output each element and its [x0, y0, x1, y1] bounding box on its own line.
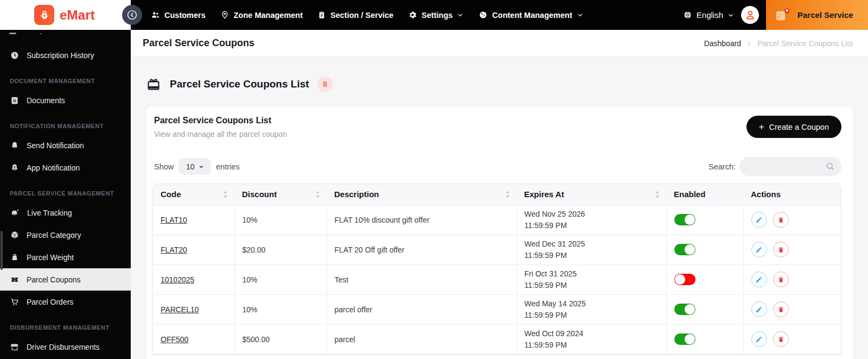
bell-icon — [10, 141, 20, 150]
module-switcher-parcel-service[interactable]: Parcel Service — [766, 0, 868, 30]
delete-button[interactable] — [773, 212, 789, 228]
clock-history-icon — [10, 51, 20, 60]
delete-button[interactable] — [773, 242, 789, 257]
top-navigation-bar: eMart Customers Zone Manageme — [0, 0, 868, 30]
topnav-item-customers[interactable]: Customers — [151, 10, 206, 20]
sidebar-item-parcel-orders[interactable]: Parcel Orders — [0, 291, 131, 313]
brand-logo[interactable]: eMart — [0, 0, 131, 30]
enabled-toggle[interactable] — [674, 214, 695, 225]
sidebar-item-parcel-weight[interactable]: Parcel Weight — [0, 246, 131, 268]
sidebar-item-app-notification[interactable]: z App Notification — [0, 156, 131, 179]
coupon-code-link[interactable]: FLAT20 — [161, 245, 187, 254]
column-header-description[interactable]: Description — [327, 184, 516, 205]
toggle-knob — [685, 244, 695, 255]
sidebar-scrollbar[interactable] — [1, 231, 3, 270]
table-row: 10102025 10% Test Fri Oct 31 2025 11:59:… — [153, 264, 841, 294]
page-title: Parcel Service Coupons — [143, 37, 254, 49]
enabled-toggle[interactable] — [674, 274, 695, 285]
discount-cell: 10% — [234, 264, 327, 294]
delete-button[interactable] — [773, 272, 789, 287]
enabled-toggle[interactable] — [674, 333, 695, 345]
page-titlebar: Parcel Service Coupons Dashboard Parcel … — [131, 30, 868, 57]
card-title: Parcel Service Coupons List — [154, 116, 287, 125]
sort-icon — [505, 191, 510, 198]
entries-select[interactable]: 10 — [178, 158, 211, 175]
edit-button[interactable] — [751, 242, 767, 257]
trash-icon — [777, 336, 784, 343]
gift-coupon-icon — [145, 76, 162, 92]
language-selector[interactable]: English — [683, 10, 734, 20]
coupon-code-link[interactable]: PARCEL10 — [161, 305, 199, 314]
chevron-down-icon — [199, 164, 204, 169]
search-control: Search: — [709, 157, 841, 176]
user-avatar[interactable] — [741, 6, 759, 24]
discount-cell: $20.00 — [234, 235, 327, 264]
clipboard-icon — [317, 10, 326, 20]
sidebar-item-subscription-history[interactable]: Subscription History — [0, 44, 131, 66]
sidebar-item-parcel-category[interactable]: Parcel Category — [0, 224, 131, 246]
search-icon — [825, 161, 835, 172]
sidebar-item-send-notification[interactable]: Send Notification — [0, 134, 131, 156]
topnav-menu: Customers Zone Management Section / Serv… — [131, 10, 683, 20]
sidebar-item-live-tracking[interactable]: Live Tracking — [0, 201, 131, 224]
section-heading: Parcel Service Coupons List 8 — [145, 72, 854, 96]
card-subtitle: View and manage all the parcel coupon — [154, 130, 287, 138]
edit-button[interactable] — [751, 301, 767, 317]
sidebar-section-parcel-service-management: PARCEL SERVICE MANAGEMENT — [0, 185, 131, 201]
topnav-item-zone-management[interactable]: Zone Management — [220, 10, 303, 20]
column-header-code[interactable]: Code — [153, 184, 234, 205]
app-root: eMart Customers Zone Manageme — [0, 0, 868, 359]
discount-cell: 10% — [234, 205, 327, 235]
globe-content-icon — [478, 10, 488, 20]
edit-button[interactable] — [751, 212, 767, 228]
svg-text:z: z — [14, 165, 15, 168]
topnav-item-section-service[interactable]: Section / Service — [317, 10, 393, 20]
coupon-code-link[interactable]: 10102025 — [161, 275, 194, 284]
chevron-down-icon — [727, 12, 734, 18]
sidebar-collapse-button[interactable] — [122, 5, 142, 25]
sidebar-section-notification-management: NOTIFICATION MANAGEMENT — [0, 118, 131, 134]
cart-icon — [10, 297, 20, 307]
entries-control: Show 10 entries — [154, 158, 240, 175]
edit-button[interactable] — [751, 331, 767, 347]
main-content: Parcel Service Coupons Dashboard Parcel … — [131, 30, 868, 359]
sidebar-item-parcel-coupons[interactable]: Parcel Coupons — [0, 268, 131, 291]
edit-button[interactable] — [751, 272, 767, 287]
table-controls: Show 10 entries Search: — [152, 157, 841, 176]
coupon-code-link[interactable]: OFF500 — [161, 335, 188, 344]
trash-icon — [777, 246, 784, 254]
coupon-code-link[interactable]: FLAT10 — [161, 216, 187, 224]
sidebar-item-clipped[interactable] — [0, 30, 131, 44]
delete-button[interactable] — [773, 301, 789, 317]
coupons-card: Parcel Service Coupons List View and man… — [145, 105, 854, 359]
create-coupon-button[interactable]: + Create a Coupon — [746, 116, 841, 138]
column-header-discount[interactable]: Discount — [234, 184, 327, 205]
users-icon — [151, 10, 160, 20]
table-header-row: Code Discount — [153, 184, 841, 205]
count-badge: 8 — [317, 77, 333, 92]
expires-cell: Wed Nov 25 2026 11:59:59 PM — [516, 205, 666, 235]
enabled-toggle[interactable] — [674, 304, 695, 315]
expires-cell: Fri Oct 31 2025 11:59:59 PM — [516, 264, 666, 294]
topnav-item-settings[interactable]: Settings — [408, 10, 464, 20]
topnav-item-content-management[interactable]: Content Management — [478, 10, 583, 20]
enabled-toggle[interactable] — [674, 244, 695, 255]
column-header-expires-at[interactable]: Expires At — [516, 184, 666, 205]
topbar-right: English — [683, 6, 766, 24]
globe-icon — [683, 10, 692, 20]
sidebar-section-document-management: DOCUMENT MANAGEMENT — [0, 73, 131, 89]
brand-name: eMart — [60, 8, 95, 23]
breadcrumb-dashboard-link[interactable]: Dashboard — [704, 39, 742, 48]
description-cell: Test — [327, 264, 516, 294]
toggle-knob — [675, 274, 685, 285]
actions-cell — [743, 294, 841, 324]
sidebar-item-documents[interactable]: D Documents — [0, 89, 131, 111]
table-row: OFF500 $500.00 parcel Wed Oct 09 2024 11… — [153, 324, 841, 354]
document-icon: D — [10, 96, 20, 105]
delete-button[interactable] — [773, 331, 789, 347]
plus-icon: + — [759, 122, 764, 133]
table-row: FLAT10 10% FLAT 10% discount gift offer … — [153, 205, 841, 235]
sidebar-item-driver-disbursements[interactable]: Driver Disbursements — [0, 336, 131, 358]
sidebar-section-disbursement-management: DISBURSEMENT MANAGEMENT — [0, 319, 131, 336]
bell-snooze-icon: z — [10, 163, 20, 173]
